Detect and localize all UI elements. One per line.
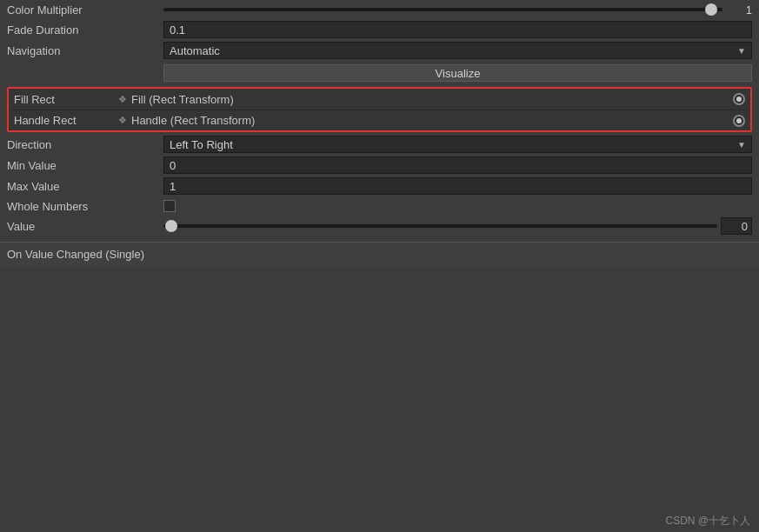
color-multiplier-thumb[interactable]	[705, 3, 717, 16]
min-value-label: Min Value	[7, 159, 163, 172]
inspector-panel: Color Multiplier 1 Fade Duration 0.1 Nav…	[0, 0, 759, 532]
direction-label: Direction	[7, 138, 163, 151]
color-multiplier-label: Color Multiplier	[7, 3, 163, 17]
handle-rect-radio[interactable]	[733, 115, 745, 127]
max-value-text: 1	[170, 180, 176, 193]
navigation-value: Automatic ▼	[163, 42, 752, 59]
value-container: 0	[163, 217, 752, 235]
fill-rect-radio-inner	[736, 96, 742, 102]
visualize-btn-container: Visualize	[163, 63, 752, 83]
navigation-label: Navigation	[7, 44, 163, 57]
handle-rect-move-icon: ❖	[118, 115, 126, 126]
fill-rect-value: Fill (Rect Transform)	[131, 93, 234, 106]
whole-numbers-checkbox[interactable]	[163, 200, 176, 212]
fill-rect-radio[interactable]	[733, 93, 745, 105]
visualize-row: Visualize	[0, 61, 759, 85]
handle-rect-value: Handle (Rect Transform)	[131, 114, 255, 127]
handle-rect-value-container: ❖ Handle (Rect Transform)	[118, 114, 733, 127]
min-value-field[interactable]: 0	[163, 156, 752, 174]
visualize-button[interactable]: Visualize	[163, 64, 752, 82]
fill-rect-label: Fill Rect	[14, 93, 118, 106]
color-multiplier-value: 1	[163, 3, 752, 17]
direction-row: Direction Left To Right ▼	[0, 134, 759, 155]
handle-rect-radio-inner	[736, 118, 742, 123]
bottom-bar: CSDN @十乞卜人	[656, 510, 759, 532]
color-multiplier-track[interactable]	[163, 8, 722, 11]
min-value-row: Min Value 0	[0, 155, 759, 176]
direction-arrow-icon: ▼	[737, 140, 746, 150]
max-value-container: 1	[163, 177, 752, 195]
navigation-dropdown[interactable]: Automatic ▼	[163, 42, 752, 59]
whole-numbers-container	[163, 200, 752, 212]
fade-duration-field[interactable]: 0.1	[163, 21, 752, 38]
value-row: Value 0	[0, 216, 759, 236]
color-multiplier-row: Color Multiplier 1	[0, 0, 759, 19]
whole-numbers-row: Whole Numbers	[0, 196, 759, 216]
fill-rect-row: Fill Rect ❖ Fill (Rect Transform)	[9, 89, 750, 110]
handle-rect-row: Handle Rect ❖ Handle (Rect Transform)	[9, 110, 750, 130]
navigation-row: Navigation Automatic ▼	[0, 40, 759, 61]
fill-rect-move-icon: ❖	[118, 94, 126, 105]
value-track[interactable]	[163, 224, 717, 228]
on-value-changed-section: On Value Changed (Single)	[0, 242, 759, 266]
rect-highlight-box: Fill Rect ❖ Fill (Rect Transform) Handle…	[7, 87, 752, 132]
navigation-arrow-icon: ▼	[737, 46, 746, 56]
fade-duration-text: 0.1	[170, 23, 185, 37]
whole-numbers-label: Whole Numbers	[7, 200, 163, 213]
navigation-selected: Automatic	[170, 44, 220, 57]
on-value-changed-label: On Value Changed (Single)	[7, 248, 144, 261]
value-label: Value	[7, 220, 163, 233]
fade-duration-row: Fade Duration 0.1	[0, 19, 759, 40]
fade-duration-value: 0.1	[163, 21, 752, 38]
value-number[interactable]: 0	[721, 217, 752, 235]
fade-duration-label: Fade Duration	[7, 23, 163, 37]
max-value-field[interactable]: 1	[163, 177, 752, 195]
color-multiplier-number: 1	[726, 3, 752, 17]
handle-rect-label: Handle Rect	[14, 114, 118, 127]
direction-value: Left To Right ▼	[163, 136, 752, 153]
min-value-container: 0	[163, 156, 752, 174]
max-value-row: Max Value 1	[0, 176, 759, 196]
fill-rect-value-container: ❖ Fill (Rect Transform)	[118, 93, 733, 106]
bottom-bar-text: CSDN @十乞卜人	[665, 515, 750, 527]
direction-dropdown[interactable]: Left To Right ▼	[163, 136, 752, 153]
min-value-text: 0	[170, 159, 176, 172]
value-thumb[interactable]	[165, 220, 177, 232]
max-value-label: Max Value	[7, 180, 163, 193]
direction-selected: Left To Right	[170, 138, 233, 151]
